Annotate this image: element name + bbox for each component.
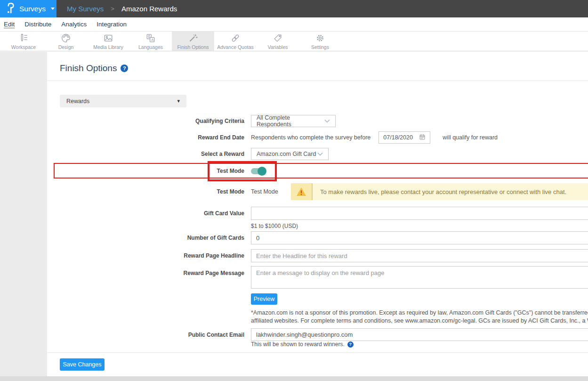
reward-end-date-input[interactable]: 07/18/2020: [379, 131, 430, 144]
toolbar-item-settings[interactable]: Settings: [299, 32, 341, 51]
page-background: Finish Options ? Rewards ▾ Qualifying Cr…: [0, 52, 588, 381]
toolbar-item-finish-options[interactable]: Finish Options: [172, 32, 214, 51]
help-icon[interactable]: ?: [347, 341, 354, 348]
toolbar-item-label: Media Library: [93, 44, 123, 50]
select-a-reward-label: Select a Reward: [47, 151, 244, 157]
toolbar-item-label: Finish Options: [177, 44, 209, 50]
edit-toolbar: Workspace Design Media Library A: [0, 32, 588, 51]
reward-page-headline-input[interactable]: [251, 249, 588, 262]
design-icon: [61, 33, 71, 43]
calendar-icon: [419, 134, 426, 142]
tab-edit[interactable]: Edit: [4, 21, 15, 28]
settings-icon: [315, 33, 325, 43]
toolbar-item-label: Advance Quotas: [217, 44, 254, 50]
media-library-icon: [103, 33, 113, 43]
languages-icon: A: [145, 33, 156, 43]
select-a-reward-select[interactable]: Amazon.com Gift Card: [251, 148, 329, 160]
toolbar-item-variables[interactable]: Variables: [257, 32, 299, 51]
divider: [47, 352, 588, 353]
test-mode-status-label: Test Mode: [47, 188, 244, 195]
save-changes-button[interactable]: Save Changes: [60, 358, 105, 371]
gift-card-value-input[interactable]: [251, 207, 588, 220]
public-contact-email-label: Public Contact Email: [47, 332, 244, 338]
bottom-strip: [0, 376, 588, 381]
page-title: Finish Options ?: [60, 63, 128, 73]
caret-down-icon: ▾: [177, 98, 180, 104]
top-bar: Surveys My Surveys > Amazon Rewards: [0, 0, 588, 17]
warning-banner: To make rewards live, please contact you…: [291, 183, 588, 200]
gift-card-value-helper: $1 to $1000 (USD): [251, 223, 298, 229]
workspace-icon: [18, 33, 29, 43]
chevron-down-icon: [324, 119, 330, 123]
toolbar-item-label: Languages: [138, 44, 163, 50]
breadcrumb-separator: >: [111, 5, 114, 12]
number-of-gift-cards-label: Number of Gift Cards: [47, 235, 244, 241]
help-icon[interactable]: ?: [121, 65, 128, 72]
warning-icon: [291, 183, 313, 200]
tab-analytics[interactable]: Analytics: [61, 21, 87, 28]
tab-distribute[interactable]: Distribute: [24, 21, 51, 28]
svg-text:A: A: [151, 38, 154, 42]
disclaimer-line: affiliated websites. For complete terms …: [251, 317, 588, 325]
variables-icon: [273, 33, 283, 43]
warning-message: To make rewards live, please contact you…: [313, 183, 574, 200]
product-label: Surveys: [19, 5, 46, 13]
chevron-down-icon: [51, 8, 55, 10]
advance-quotas-icon: [230, 33, 241, 43]
toggle-knob: [258, 167, 266, 176]
preview-button[interactable]: Preview: [251, 293, 277, 305]
rewards-section-dropdown[interactable]: Rewards ▾: [60, 95, 186, 107]
finish-options-panel: Finish Options ? Rewards ▾ Qualifying Cr…: [47, 52, 588, 376]
qualifying-criteria-select[interactable]: All Complete Respondents: [251, 115, 336, 127]
number-of-gift-cards-input[interactable]: [251, 231, 588, 244]
breadcrumb: My Surveys > Amazon Rewards: [56, 0, 588, 17]
toolbar-item-media-library[interactable]: Media Library: [87, 32, 129, 51]
divider: [47, 81, 588, 81]
qualifying-criteria-label: Qualifying Criteria: [47, 118, 244, 124]
breadcrumb-my-surveys[interactable]: My Surveys: [67, 5, 104, 13]
toolbar-item-label: Settings: [311, 44, 329, 50]
questionpro-logo-icon: [6, 2, 15, 16]
finish-options-icon: [188, 33, 198, 43]
amazon-disclaimer: *Amazon.com is not a sponsor of this pro…: [251, 309, 588, 324]
toolbar-item-languages[interactable]: A Languages: [129, 32, 172, 51]
toolbar-item-label: Design: [58, 44, 74, 50]
toolbar-item-label: Variables: [268, 44, 288, 50]
test-mode-status-value: Test Mode: [251, 188, 280, 195]
reward-end-date-suffix: will qualify for reward: [443, 134, 498, 141]
disclaimer-line: *Amazon.com is not a sponsor of this pro…: [251, 309, 588, 317]
toolbar-item-design[interactable]: Design: [45, 32, 87, 51]
test-mode-toggle-label: Test Mode: [47, 168, 244, 174]
chevron-down-icon: [317, 152, 323, 156]
main-tabs: Edit Distribute Analytics Integration: [0, 17, 588, 32]
breadcrumb-current-survey: Amazon Rewards: [121, 5, 177, 13]
public-contact-email-input[interactable]: [251, 328, 588, 341]
reward-page-headline-label: Reward Page Headline: [47, 252, 244, 259]
toolbar-item-advance-quotas[interactable]: Advance Quotas: [214, 32, 257, 51]
surveys-menu-button[interactable]: Surveys: [0, 0, 56, 17]
test-mode-toggle[interactable]: [251, 168, 265, 174]
reward-page-message-input[interactable]: [251, 266, 588, 289]
reward-end-date-label: Reward End Date: [47, 134, 244, 141]
toolbar-item-workspace[interactable]: Workspace: [2, 32, 45, 51]
reward-page-message-label: Reward Page Message: [47, 266, 244, 276]
public-contact-email-helper: This will be shown to reward winners. ?: [251, 341, 354, 348]
tab-integration[interactable]: Integration: [97, 21, 127, 28]
gift-card-value-label: Gift Card Value: [47, 210, 244, 217]
toolbar-item-label: Workspace: [11, 44, 36, 50]
reward-end-date-prefix: Respondents who complete the survey befo…: [251, 134, 371, 141]
